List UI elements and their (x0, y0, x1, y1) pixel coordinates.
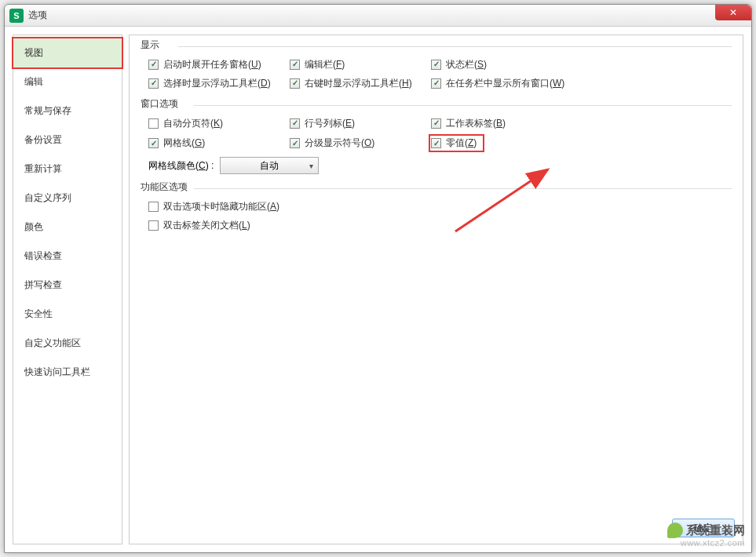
group-ribbon-options: 功能区选项 双击选项卡时隐藏功能区(A) 双击标签关闭文档(L) (141, 180, 732, 233)
label-float-toolbar-select[interactable]: 选择时显示浮动工具栏(D) (163, 77, 271, 90)
sidebar-item-label: 备份设置 (24, 134, 62, 145)
highlight-zero-values: 零值(Z) (429, 134, 484, 152)
label-gridlines[interactable]: 网格线(G) (163, 137, 205, 150)
watermark: 系统重装网 www.xtcz2.com (667, 522, 745, 548)
app-icon: S (9, 9, 24, 23)
sidebar-item-label: 自定义功能区 (24, 337, 81, 348)
group-title-ribbon-options: 功能区选项 (141, 180, 732, 195)
main-panel: 显示 启动时展开任务窗格(U) 编辑栏(F) 状态栏(S (129, 35, 743, 544)
sidebar-item-label: 自定义序列 (24, 192, 71, 203)
group-title-display: 显示 (141, 38, 732, 53)
sidebar-item-backup[interactable]: 备份设置 (13, 126, 122, 155)
sidebar-item-label: 快速访问工具栏 (24, 366, 90, 377)
checkbox-row-col-headers[interactable] (290, 118, 300, 129)
sidebar-item-view[interactable]: 视图 (12, 37, 123, 69)
sidebar-item-spell-check[interactable]: 拼写检查 (13, 271, 122, 300)
sidebar-item-color[interactable]: 颜色 (13, 213, 122, 242)
group-display: 显示 启动时展开任务窗格(U) 编辑栏(F) 状态栏(S (141, 38, 732, 91)
label-dblclick-close-doc[interactable]: 双击标签关闭文档(L) (163, 219, 250, 232)
group-title-window-options: 窗口选项 (141, 97, 732, 112)
label-row-col-headers[interactable]: 行号列标(E) (305, 117, 355, 130)
titlebar[interactable]: S 选项 ✕ (5, 5, 751, 27)
sidebar-item-label: 安全性 (24, 308, 53, 319)
label-formula-bar[interactable]: 编辑栏(F) (305, 58, 345, 71)
sidebar-item-custom-ribbon[interactable]: 自定义功能区 (13, 329, 122, 358)
checkbox-taskbar-windows[interactable] (431, 78, 441, 89)
label-outline-symbols[interactable]: 分级显示符号(O) (305, 137, 374, 150)
checkbox-zero-values[interactable] (431, 138, 441, 148)
watermark-text: 系统重装网 (686, 523, 745, 538)
checkbox-dblclick-hide-ribbon[interactable] (148, 202, 159, 212)
label-zero-values[interactable]: 零值(Z) (446, 137, 477, 150)
sidebar-item-label: 视图 (24, 47, 43, 58)
dropdown-value: 自动 (260, 159, 279, 173)
close-button[interactable]: ✕ (715, 5, 751, 20)
sidebar-item-edit[interactable]: 编辑 (13, 67, 122, 96)
label-dblclick-hide-ribbon[interactable]: 双击选项卡时隐藏功能区(A) (163, 200, 279, 213)
checkbox-page-breaks[interactable] (148, 118, 159, 129)
sidebar-item-error-check[interactable]: 错误检查 (13, 242, 122, 271)
checkbox-startup-taskpane[interactable] (148, 60, 159, 70)
checkbox-dblclick-close-doc[interactable] (148, 220, 159, 231)
sidebar-item-label: 重新计算 (24, 163, 62, 174)
dropdown-grid-color[interactable]: 自动 (220, 157, 319, 174)
checkbox-float-toolbar-select[interactable] (148, 78, 159, 89)
label-taskbar-windows[interactable]: 在任务栏中显示所有窗口(W) (446, 77, 564, 90)
checkbox-status-bar[interactable] (431, 60, 441, 70)
sidebar-item-general-save[interactable]: 常规与保存 (13, 96, 122, 126)
window-title: 选项 (28, 9, 47, 22)
group-window-options: 窗口选项 自动分页符(K) 行号列标(E) 工作表标签( (141, 97, 732, 174)
label-status-bar[interactable]: 状态栏(S) (446, 58, 487, 71)
checkbox-sheet-tabs[interactable] (431, 118, 441, 129)
sidebar-item-custom-lists[interactable]: 自定义序列 (13, 184, 122, 213)
sidebar-item-quick-access[interactable]: 快速访问工具栏 (13, 358, 122, 387)
sidebar-item-label: 拼写检查 (24, 279, 62, 290)
label-grid-color: 网格线颜色(C) : (148, 159, 214, 173)
label-sheet-tabs[interactable]: 工作表标签(B) (446, 117, 506, 130)
options-dialog: S 选项 ✕ 视图 编辑 常规与保存 备份设置 重新计算 自定义序列 颜色 错误… (4, 4, 752, 553)
checkbox-gridlines[interactable] (148, 138, 159, 148)
sidebar-item-label: 错误检查 (24, 250, 62, 261)
sidebar-item-label: 颜色 (24, 221, 43, 232)
close-icon: ✕ (729, 7, 737, 18)
label-startup-taskpane[interactable]: 启动时展开任务窗格(U) (163, 58, 261, 71)
label-page-breaks[interactable]: 自动分页符(K) (163, 117, 223, 130)
sidebar-item-security[interactable]: 安全性 (13, 300, 122, 329)
label-float-toolbar-right[interactable]: 右键时显示浮动工具栏(H) (305, 77, 412, 90)
sidebar-item-label: 常规与保存 (24, 105, 71, 116)
sidebar-item-label: 编辑 (24, 76, 43, 87)
watermark-icon (667, 522, 683, 538)
checkbox-float-toolbar-right[interactable] (290, 78, 300, 89)
watermark-url: www.xtcz2.com (667, 538, 745, 548)
checkbox-outline-symbols[interactable] (290, 138, 300, 148)
sidebar: 视图 编辑 常规与保存 备份设置 重新计算 自定义序列 颜色 错误检查 拼写检查… (13, 35, 122, 544)
content-area: 视图 编辑 常规与保存 备份设置 重新计算 自定义序列 颜色 错误检查 拼写检查… (5, 27, 751, 552)
sidebar-item-recalc[interactable]: 重新计算 (13, 155, 122, 184)
checkbox-formula-bar[interactable] (290, 60, 300, 70)
